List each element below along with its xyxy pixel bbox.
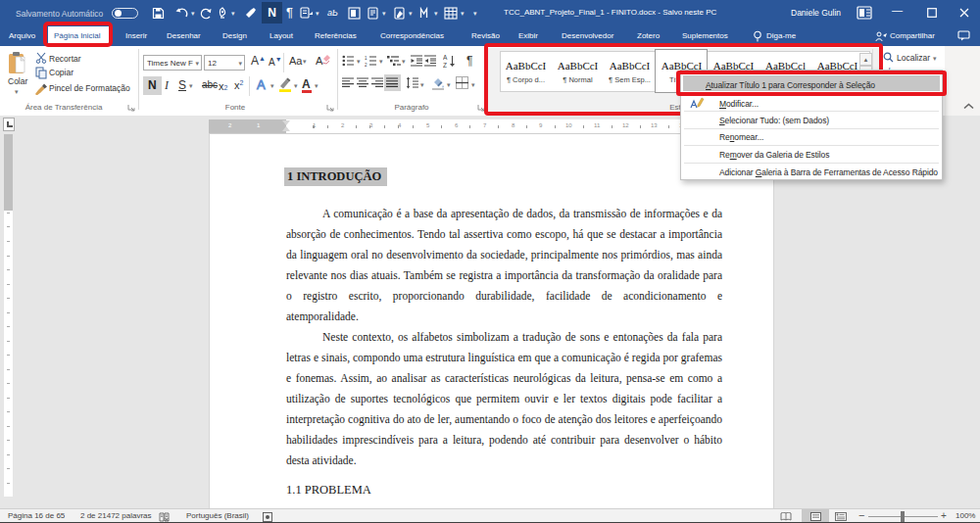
svg-text:A: A xyxy=(257,77,266,92)
svg-text:A: A xyxy=(443,54,448,61)
svg-text:A: A xyxy=(316,55,323,67)
svg-text:Z: Z xyxy=(443,62,447,69)
svg-text:2: 2 xyxy=(365,63,368,68)
svg-text:1: 1 xyxy=(365,56,368,61)
